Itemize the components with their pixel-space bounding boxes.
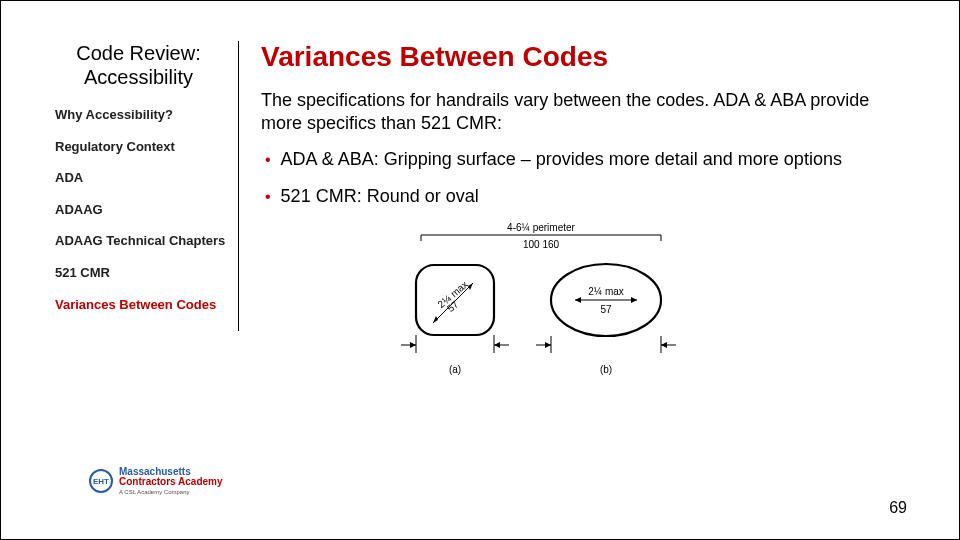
nav-item-why: Why Accessibility? [55,107,226,123]
svg-marker-9 [494,342,500,348]
logo-badge-icon: EHT [89,469,113,493]
handrail-figure: 4-6¼ perimeter 100 160 2¼ max 57 (a) [361,223,909,387]
svg-marker-2 [433,316,438,323]
footer-logo: EHT Massachusetts Contractors Academy A … [89,467,223,495]
sidebar: Code Review: Accessibility Why Accessibi… [51,41,226,519]
shape-b-dim-top: 2¼ max [588,286,624,297]
nav-item-521cmr: 521 CMR [55,265,226,281]
bullet-list: ADA & ABA: Gripping surface – provides m… [261,148,909,209]
intro-paragraph: The specifications for handrails vary be… [261,89,909,134]
sidebar-title-line1: Code Review: [76,42,201,64]
perimeter-label: 4-6¼ perimeter [507,223,575,233]
bullet-item: ADA & ABA: Gripping surface – provides m… [265,148,909,171]
svg-marker-17 [545,342,551,348]
nav-item-adaag: ADAAG [55,202,226,218]
logo-text: Massachusetts Contractors Academy A CSL … [119,467,223,495]
slide: Code Review: Accessibility Why Accessibi… [0,0,960,540]
perimeter-sub: 100 160 [523,239,560,250]
handrail-diagram: 4-6¼ perimeter 100 160 2¼ max 57 (a) [361,223,701,383]
svg-rect-0 [416,265,494,335]
sidebar-title-line2: Accessibility [84,66,193,88]
svg-marker-7 [410,342,416,348]
svg-marker-12 [575,297,581,303]
logo-tagline: A CSL Academy Company [119,489,223,495]
logo-line2: Contractors Academy [119,477,223,487]
nav-list: Why Accessibility? Regulatory Context AD… [51,107,226,328]
content-main: Variances Between Codes The specificatio… [261,41,909,519]
page-title: Variances Between Codes [261,41,909,73]
sidebar-title: Code Review: Accessibility [51,41,226,89]
nav-item-ada: ADA [55,170,226,186]
shape-a-label: (a) [449,364,461,375]
nav-item-adaag-tech: ADAAG Technical Chapters [55,233,226,249]
shape-b-label: (b) [600,364,612,375]
page-number: 69 [889,499,907,517]
shape-b-dim-bottom: 57 [600,304,612,315]
nav-item-variances: Variances Between Codes [55,297,226,313]
sidebar-divider [238,41,239,331]
bullet-item: 521 CMR: Round or oval [265,185,909,208]
svg-marker-19 [661,342,667,348]
svg-marker-13 [631,297,637,303]
nav-item-regulatory: Regulatory Context [55,139,226,155]
